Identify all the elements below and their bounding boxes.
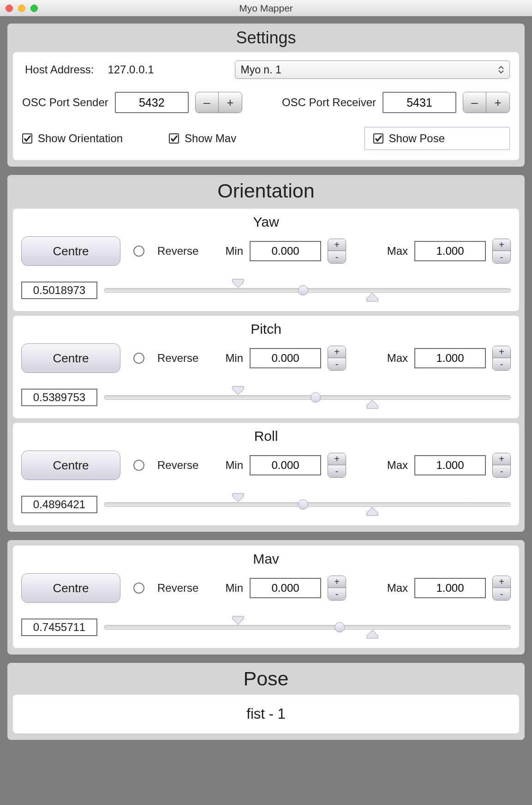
roll-min-decrement-button[interactable]: -	[328, 465, 346, 477]
roll-min-input[interactable]	[250, 455, 321, 475]
titlebar: Myo Mapper	[0, 0, 532, 16]
pitch-value: 0.5389753	[21, 389, 97, 406]
mav-centre-button[interactable]: Centre	[21, 573, 120, 603]
pitch-marker-low[interactable]	[232, 385, 245, 396]
show-pose-checkbox[interactable]	[373, 133, 383, 144]
pitch-reverse-radio[interactable]	[133, 353, 144, 364]
pitch-max-input[interactable]	[414, 348, 486, 368]
mav-reverse-label: Reverse	[157, 582, 198, 595]
roll-value: 0.4896421	[21, 496, 97, 513]
osc-sender-input[interactable]	[115, 92, 189, 113]
yaw-max-label: Max	[387, 245, 408, 258]
yaw-panel: Yaw Centre Reverse Min + - Max	[13, 209, 519, 311]
roll-min-label: Min	[225, 459, 243, 472]
yaw-marker-high[interactable]	[366, 292, 379, 302]
mav-max-input[interactable]	[414, 578, 486, 598]
yaw-min-input[interactable]	[250, 241, 321, 261]
yaw-max-increment-button[interactable]: +	[493, 239, 510, 251]
roll-title: Roll	[21, 426, 511, 451]
osc-receiver-input[interactable]	[383, 92, 456, 113]
pitch-min-label: Min	[225, 352, 243, 365]
roll-max-label: Max	[387, 459, 408, 472]
mav-min-decrement-button[interactable]: -	[328, 588, 346, 600]
pitch-max-decrement-button[interactable]: -	[493, 358, 510, 370]
roll-reverse-radio[interactable]	[133, 460, 144, 471]
mav-reverse-radio[interactable]	[133, 583, 144, 594]
pose-title: Pose	[7, 663, 525, 695]
settings-title: Settings	[7, 24, 525, 52]
mav-max-increment-button[interactable]: +	[493, 576, 510, 588]
roll-marker-high[interactable]	[366, 506, 379, 517]
host-address-label: Host Address:	[25, 63, 94, 76]
pitch-min-increment-button[interactable]: +	[328, 346, 346, 358]
mav-marker-low[interactable]	[232, 615, 245, 625]
show-orientation-checkbox[interactable]	[22, 133, 32, 144]
pitch-centre-button[interactable]: Centre	[21, 343, 120, 373]
mav-min-label: Min	[225, 582, 243, 595]
roll-min-increment-button[interactable]: +	[328, 453, 346, 465]
roll-panel: Roll Centre Reverse Min + - Max	[13, 423, 519, 525]
osc-sender-decrement-button[interactable]: –	[196, 92, 219, 113]
pitch-slider-thumb[interactable]	[311, 392, 321, 402]
mav-title: Mav	[21, 548, 511, 573]
mav-slider[interactable]	[104, 625, 511, 630]
window-title: Myo Mapper	[0, 3, 532, 14]
pitch-min-input[interactable]	[250, 348, 321, 368]
pitch-title: Pitch	[21, 318, 511, 343]
mav-min-input[interactable]	[250, 578, 321, 598]
yaw-slider-thumb[interactable]	[298, 285, 308, 295]
pitch-max-increment-button[interactable]: +	[493, 346, 510, 358]
myo-select[interactable]: Myo n. 1	[235, 60, 510, 79]
chevron-updown-icon	[498, 66, 504, 73]
orientation-title: Orientation	[7, 175, 525, 209]
mav-max-decrement-button[interactable]: -	[493, 588, 510, 600]
pitch-min-decrement-button[interactable]: -	[328, 358, 346, 370]
pose-value: fist - 1	[13, 695, 519, 733]
show-mav-label: Show Mav	[185, 132, 236, 145]
yaw-centre-button[interactable]: Centre	[21, 236, 120, 266]
roll-reverse-label: Reverse	[157, 459, 198, 472]
mav-slider-thumb[interactable]	[335, 622, 345, 632]
pitch-marker-high[interactable]	[366, 399, 379, 409]
roll-slider-thumb[interactable]	[298, 499, 308, 510]
yaw-min-label: Min	[225, 245, 243, 258]
yaw-slider[interactable]	[104, 288, 511, 293]
roll-max-input[interactable]	[414, 455, 486, 475]
osc-sender-label: OSC Port Sender	[22, 96, 108, 109]
show-pose-label: Show Pose	[389, 132, 445, 145]
roll-slider[interactable]	[104, 502, 511, 507]
roll-marker-low[interactable]	[232, 493, 245, 503]
mav-section: Mav Centre Reverse Min + - Max	[7, 540, 525, 655]
osc-receiver-decrement-button[interactable]: –	[463, 92, 486, 113]
host-address-value: 127.0.0.1	[108, 63, 154, 76]
show-mav-checkbox[interactable]	[169, 133, 179, 144]
osc-sender-increment-button[interactable]: +	[219, 92, 242, 113]
roll-max-increment-button[interactable]: +	[493, 453, 510, 465]
roll-max-decrement-button[interactable]: -	[493, 465, 510, 477]
yaw-reverse-label: Reverse	[157, 245, 198, 258]
osc-receiver-label: OSC Port Receiver	[282, 96, 376, 109]
yaw-reverse-radio[interactable]	[133, 246, 144, 257]
show-orientation-label: Show Orientation	[38, 132, 123, 145]
osc-receiver-increment-button[interactable]: +	[486, 92, 509, 113]
yaw-marker-low[interactable]	[232, 278, 245, 288]
roll-centre-button[interactable]: Centre	[21, 451, 120, 480]
myo-select-value: Myo n. 1	[241, 64, 281, 76]
mav-panel: Mav Centre Reverse Min + - Max	[13, 546, 519, 648]
mav-marker-high[interactable]	[366, 629, 379, 639]
mav-min-increment-button[interactable]: +	[328, 576, 346, 588]
yaw-title: Yaw	[21, 211, 511, 236]
pitch-slider[interactable]	[104, 395, 511, 400]
yaw-min-decrement-button[interactable]: -	[328, 251, 346, 263]
pitch-max-label: Max	[387, 352, 408, 365]
settings-section: Settings Host Address: 127.0.0.1 Myo n. …	[7, 24, 525, 167]
pitch-panel: Pitch Centre Reverse Min + - Max	[13, 316, 519, 418]
mav-value: 0.7455711	[21, 619, 97, 636]
pose-section: Pose fist - 1	[7, 663, 525, 740]
yaw-max-decrement-button[interactable]: -	[493, 251, 510, 263]
yaw-min-increment-button[interactable]: +	[328, 239, 346, 251]
yaw-value: 0.5018973	[21, 282, 97, 299]
pitch-reverse-label: Reverse	[157, 352, 198, 365]
yaw-max-input[interactable]	[414, 241, 486, 261]
mav-max-label: Max	[387, 582, 408, 595]
